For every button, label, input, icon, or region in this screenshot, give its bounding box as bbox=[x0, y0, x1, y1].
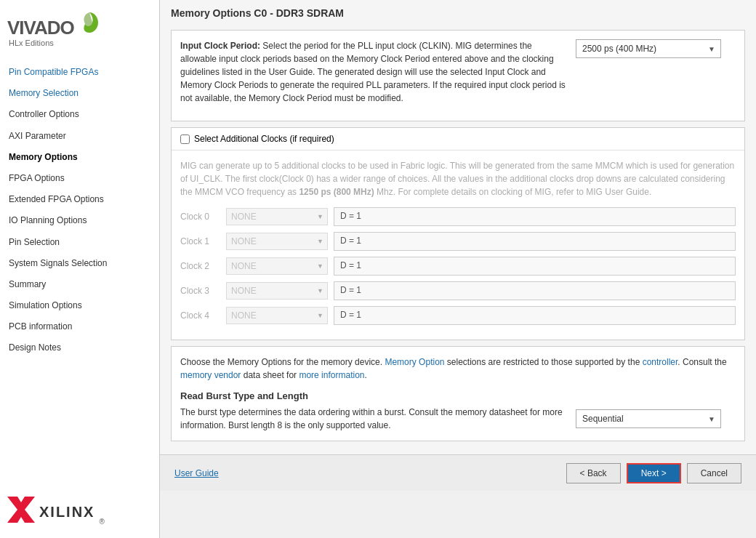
input-clock-dropdown[interactable]: 2500 ps (400 MHz) 2000 ps (500 MHz) 3000… bbox=[576, 39, 721, 58]
sidebar-bottom: XILINX ® bbox=[0, 486, 159, 538]
input-clock-select-wrapper[interactable]: 2500 ps (400 MHz) 2000 ps (500 MHz) 3000… bbox=[576, 39, 721, 58]
sidebar-item-pin-compatible[interactable]: Pin Compatible FPGAs bbox=[0, 62, 159, 83]
cancel-button[interactable]: Cancel bbox=[687, 463, 741, 483]
clock-4-value: D = 1 bbox=[334, 306, 736, 325]
xilinx-registered: ® bbox=[99, 518, 104, 526]
xilinx-text: XILINX bbox=[39, 504, 94, 521]
sidebar-item-simulation-options[interactable]: Simulation Options bbox=[0, 295, 159, 316]
clock-row-1: Clock 1 NONE D = 1 bbox=[180, 232, 736, 251]
clock-4-label: Clock 4 bbox=[180, 310, 220, 321]
clock-2-label: Clock 2 bbox=[180, 261, 220, 271]
clock-3-value: D = 1 bbox=[334, 281, 736, 300]
read-burst-dropdown[interactable]: Sequential Interleaved bbox=[576, 409, 721, 428]
memory-options-intro: Choose the Memory Options for the memory… bbox=[180, 356, 736, 382]
bottom-right: < Back Next > Cancel bbox=[566, 463, 741, 483]
xilinx-x-icon bbox=[7, 497, 35, 527]
sidebar-item-design-notes[interactable]: Design Notes bbox=[0, 337, 159, 358]
clock-1-dropdown[interactable]: NONE bbox=[226, 233, 328, 250]
main-content: Memory Options C0 - DDR3 SDRAM Input Clo… bbox=[160, 0, 756, 491]
additional-clocks-header: Select Additional Clocks (if required) bbox=[172, 128, 744, 150]
sidebar-item-io-planning[interactable]: IO Planning Options bbox=[0, 210, 159, 231]
clock-1-value: D = 1 bbox=[334, 232, 736, 251]
additional-clocks-section: Select Additional Clocks (if required) M… bbox=[171, 127, 745, 340]
clock-row-4: Clock 4 NONE D = 1 bbox=[180, 306, 736, 325]
input-clock-description: Input Clock Period: Select the period fo… bbox=[180, 39, 568, 105]
input-clock-section: Input Clock Period: Select the period fo… bbox=[171, 30, 745, 121]
clock-3-select-wrapper[interactable]: NONE bbox=[226, 282, 328, 300]
bottom-left: User Guide bbox=[174, 465, 219, 482]
clock-3-dropdown[interactable]: NONE bbox=[226, 282, 328, 300]
sidebar-item-summary[interactable]: Summary bbox=[0, 274, 159, 295]
vivado-logo-text: VIVADO bbox=[7, 11, 100, 37]
clock-row-3: Clock 3 NONE D = 1 bbox=[180, 281, 736, 300]
user-guide-button[interactable]: User Guide bbox=[174, 465, 219, 482]
xilinx-logo: XILINX ® bbox=[7, 497, 152, 527]
clock-row-2: Clock 2 NONE D = 1 bbox=[180, 257, 736, 276]
additional-clocks-checkbox[interactable] bbox=[180, 134, 190, 144]
content-wrapper: Memory Options C0 - DDR3 SDRAM Input Clo… bbox=[160, 0, 756, 538]
sidebar-item-axi-parameter[interactable]: AXI Parameter bbox=[0, 126, 159, 147]
sidebar-item-pcb-information[interactable]: PCB information bbox=[0, 316, 159, 337]
sidebar: VIVADO HLx Editions Pin Compatible FPGAs… bbox=[0, 0, 160, 538]
page-title: Memory Options C0 - DDR3 SDRAM bbox=[171, 7, 745, 23]
sidebar-item-memory-options[interactable]: Memory Options bbox=[0, 147, 159, 168]
clock-0-select-wrapper[interactable]: NONE bbox=[226, 208, 328, 225]
clock-2-select-wrapper[interactable]: NONE bbox=[226, 257, 328, 275]
additional-clocks-desc: MIG can generate up to 5 additional cloc… bbox=[180, 159, 736, 198]
sidebar-logo: VIVADO HLx Editions bbox=[0, 0, 159, 55]
clock-0-dropdown[interactable]: NONE bbox=[226, 208, 328, 225]
sidebar-nav: Pin Compatible FPGAs Memory Selection Co… bbox=[0, 55, 159, 486]
clock-4-dropdown[interactable]: NONE bbox=[226, 307, 328, 324]
vivado-leaf-icon bbox=[79, 11, 100, 34]
clock-1-label: Clock 1 bbox=[180, 236, 220, 246]
sidebar-item-system-signals[interactable]: System Signals Selection bbox=[0, 253, 159, 274]
clock-0-value: D = 1 bbox=[334, 207, 736, 226]
sidebar-item-fpga-options[interactable]: FPGA Options bbox=[0, 168, 159, 189]
sidebar-item-pin-selection[interactable]: Pin Selection bbox=[0, 232, 159, 253]
read-burst-desc: The burst type determines the data order… bbox=[180, 406, 568, 432]
sidebar-item-controller-options[interactable]: Controller Options bbox=[0, 104, 159, 125]
clock-row-0: Clock 0 NONE D = 1 bbox=[180, 207, 736, 226]
additional-clocks-body: MIG can generate up to 5 additional cloc… bbox=[172, 150, 744, 340]
bottom-bar: User Guide < Back Next > Cancel bbox=[160, 454, 756, 491]
read-burst-select-wrapper[interactable]: Sequential Interleaved bbox=[576, 409, 721, 428]
read-burst-header: Read Burst Type and Length bbox=[180, 390, 736, 401]
clock-3-label: Clock 3 bbox=[180, 286, 220, 296]
svg-marker-0 bbox=[7, 497, 35, 523]
additional-clocks-label[interactable]: Select Additional Clocks (if required) bbox=[194, 134, 334, 144]
clock-4-select-wrapper[interactable]: NONE bbox=[226, 307, 328, 324]
content-area[interactable]: Memory Options C0 - DDR3 SDRAM Input Clo… bbox=[160, 0, 756, 454]
sidebar-item-extended-fpga[interactable]: Extended FPGA Options bbox=[0, 189, 159, 210]
clock-1-select-wrapper[interactable]: NONE bbox=[226, 233, 328, 250]
input-clock-label: Input Clock Period: bbox=[180, 41, 260, 51]
memory-options-section: Choose the Memory Options for the memory… bbox=[171, 346, 745, 441]
sidebar-item-memory-selection[interactable]: Memory Selection bbox=[0, 83, 159, 104]
next-button[interactable]: Next > bbox=[627, 463, 681, 483]
clock-2-dropdown[interactable]: NONE bbox=[226, 257, 328, 275]
clock-2-value: D = 1 bbox=[334, 257, 736, 276]
clock-0-label: Clock 0 bbox=[180, 212, 220, 222]
back-button[interactable]: < Back bbox=[566, 463, 621, 483]
hlx-editions-text: HLx Editions bbox=[9, 39, 152, 47]
main-container: VIVADO HLx Editions Pin Compatible FPGAs… bbox=[0, 0, 756, 538]
